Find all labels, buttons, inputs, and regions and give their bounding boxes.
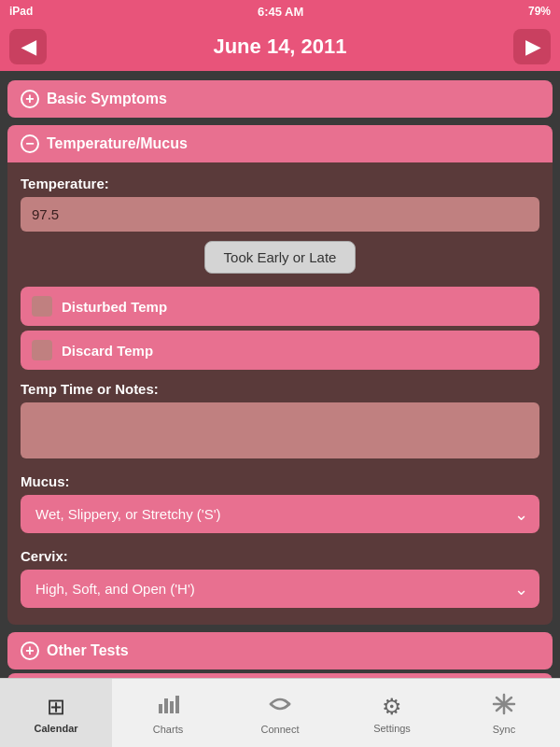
cervix-select-wrapper: High, Soft, and Open ('H') Low, Firm, an…	[21, 570, 539, 608]
prev-button[interactable]: ◀	[9, 29, 47, 64]
calendar-icon: ⊞	[47, 694, 65, 720]
temperature-input[interactable]	[21, 197, 539, 232]
status-bar: iPad 6:45 AM 79%	[0, 0, 560, 22]
status-battery: 79%	[528, 5, 551, 18]
header-title: June 14, 2011	[47, 35, 513, 59]
connect-tab-label: Connect	[261, 724, 300, 735]
discard-temp-checkbox[interactable]	[32, 340, 52, 360]
sync-icon	[492, 693, 516, 721]
cervix-select[interactable]: High, Soft, and Open ('H') Low, Firm, an…	[21, 570, 539, 608]
notes-input[interactable]	[21, 402, 539, 458]
mucus-label: Mucus:	[21, 473, 539, 489]
disturbed-temp-checkbox[interactable]	[32, 296, 52, 317]
disturbed-temp-label: Disturbed Temp	[62, 299, 167, 315]
tab-settings[interactable]: ⚙ Settings	[336, 679, 448, 747]
disturbed-temp-row: Disturbed Temp	[21, 287, 539, 326]
basic-symptoms-icon: +	[21, 90, 39, 108]
calendar-tab-label: Calendar	[34, 723, 77, 734]
other-tests-icon: +	[21, 641, 39, 660]
svg-rect-0	[159, 704, 162, 713]
discard-temp-row: Discard Temp	[21, 331, 539, 370]
svg-rect-1	[164, 698, 168, 713]
charts-icon	[157, 693, 179, 721]
status-time: 6:45 AM	[258, 5, 303, 19]
sync-tab-label: Sync	[493, 724, 515, 735]
tab-charts[interactable]: Charts	[112, 679, 224, 747]
temperature-mucus-title: Temperature/Mucus	[47, 135, 188, 152]
temperature-mucus-body: Temperature: Took Early or Late Disturbe…	[7, 162, 553, 625]
other-tests-header[interactable]: + Other Tests	[7, 632, 553, 669]
next-button[interactable]: ▶	[513, 29, 551, 64]
tab-calendar[interactable]: ⊞ Calendar	[0, 679, 112, 747]
connect-icon	[268, 693, 292, 721]
mucus-select[interactable]: Wet, Slippery, or Stretchy ('S') Dry Sti…	[21, 495, 539, 533]
basic-symptoms-header[interactable]: + Basic Symptoms	[7, 80, 553, 118]
tab-connect[interactable]: Connect	[224, 679, 336, 747]
settings-icon: ⚙	[382, 694, 402, 720]
temperature-mucus-icon: −	[21, 134, 39, 153]
main-content: + Basic Symptoms − Temperature/Mucus Tem…	[0, 71, 560, 678]
temperature-label: Temperature:	[21, 176, 539, 191]
basic-symptoms-title: Basic Symptoms	[47, 91, 167, 107]
tab-bar: ⊞ Calendar Charts Connect ⚙ Settings	[0, 678, 560, 747]
status-carrier: iPad	[9, 5, 33, 18]
settings-tab-label: Settings	[373, 723, 411, 734]
header: ◀ June 14, 2011 ▶	[0, 22, 560, 71]
temperature-mucus-header[interactable]: − Temperature/Mucus	[7, 125, 553, 162]
svg-rect-3	[175, 696, 179, 713]
took-early-late-button[interactable]: Took Early or Late	[204, 241, 357, 274]
tab-sync[interactable]: Sync	[448, 679, 560, 747]
discard-temp-label: Discard Temp	[62, 343, 153, 359]
other-tests-title: Other Tests	[47, 642, 129, 659]
charts-tab-label: Charts	[153, 724, 183, 735]
mucus-select-wrapper: Wet, Slippery, or Stretchy ('S') Dry Sti…	[21, 495, 539, 533]
svg-rect-2	[170, 701, 174, 713]
cervix-label: Cervix:	[21, 548, 539, 564]
notes-label: Temp Time or Notes:	[21, 381, 539, 397]
